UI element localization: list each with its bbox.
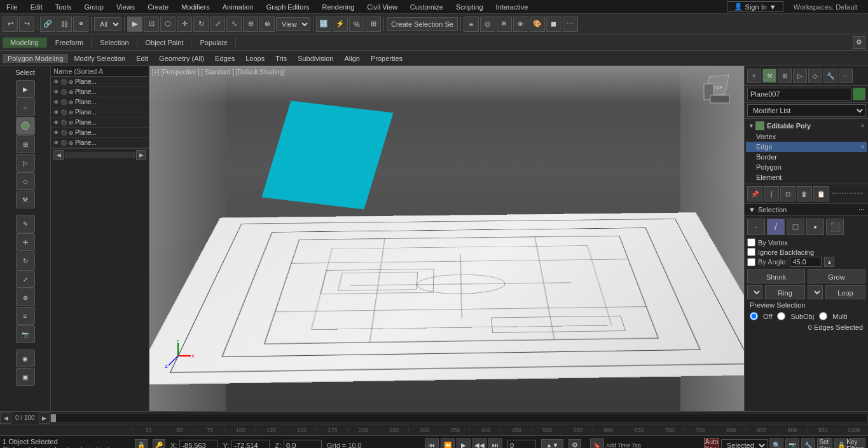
selection-section-header[interactable]: ▼ Selection ⋯ — [745, 204, 868, 216]
by-vertex-checkbox[interactable] — [747, 238, 755, 247]
scene-item-4[interactable]: 👁 ⚫ ⊕ Plane... — [51, 118, 149, 128]
visibility-icon-2[interactable]: 👁 — [53, 99, 59, 105]
motion-panel-icon[interactable]: ▷ — [793, 69, 807, 83]
tab-modeling[interactable]: Modeling — [3, 37, 47, 48]
by-angle-input[interactable] — [790, 257, 822, 267]
extra-btn1[interactable]: ◉ — [16, 350, 35, 367]
panel-resize-handle[interactable] — [832, 193, 863, 195]
tab-selection[interactable]: Selection — [92, 37, 137, 48]
tab2-align[interactable]: Align — [339, 54, 364, 63]
timeline-bar[interactable] — [50, 414, 868, 423]
timeline-thumb[interactable] — [51, 414, 56, 422]
modifier-border[interactable]: Border — [746, 152, 867, 162]
visibility-icon-0[interactable]: 👁 — [53, 79, 59, 85]
snap-button[interactable]: 🔢 — [316, 17, 331, 32]
modifier-options-icon[interactable]: ≡ — [861, 123, 864, 129]
modify-panel-icon[interactable]: ⚒ — [762, 69, 776, 83]
key-btn1[interactable]: 📷 — [785, 438, 799, 449]
snap-tool-btn[interactable]: ⊕ — [16, 288, 35, 306]
by-angle-checkbox[interactable] — [747, 258, 755, 266]
motion-btn[interactable]: ▷ — [16, 154, 35, 172]
hierarchy-btn[interactable]: ⊞ — [16, 135, 35, 153]
mat-button[interactable]: 🎨 — [530, 17, 545, 32]
menu-file[interactable]: File — [0, 2, 24, 12]
tab2-subdivision[interactable]: Subdivision — [293, 54, 338, 63]
scene-item-1[interactable]: 👁 ⚫ ⊕ Plane... — [51, 87, 149, 97]
vertex-mode-btn[interactable]: · — [747, 219, 765, 235]
tab2-geometry-all[interactable]: Geometry (All) — [154, 54, 209, 63]
sub-toolbar-options[interactable]: ⚙ — [853, 36, 865, 49]
select-tool-btn[interactable]: ▶ — [16, 80, 35, 98]
modifier-element[interactable]: Element — [746, 172, 867, 182]
mirror-button[interactable]: ⊞ — [366, 17, 381, 32]
element-mode-btn[interactable]: ⬛ — [826, 219, 844, 235]
sign-in-button[interactable]: 👤 Sign In ▼ — [727, 1, 783, 12]
add-time-tag-btn[interactable]: 🔖 — [590, 438, 604, 449]
visibility-icon-3[interactable]: 👁 — [53, 109, 59, 116]
menu-create[interactable]: Create — [141, 2, 175, 12]
edge-mode-btn[interactable]: / — [767, 219, 785, 235]
scene-item-5[interactable]: 👁 ⚫ ⊕ Plane... — [51, 128, 149, 138]
modifier-list-dropdown[interactable]: Modifier List — [747, 104, 865, 117]
preview-subobj-radio[interactable] — [777, 312, 785, 320]
loop-dropdown[interactable] — [808, 285, 823, 299]
scene-scrollbar[interactable] — [65, 153, 135, 158]
menu-scripting[interactable]: Scripting — [450, 2, 490, 12]
modifier-editable-poly[interactable]: ▼ Editable Poly ≡ — [746, 120, 867, 132]
pin-tool-btn[interactable]: 📌 — [747, 186, 762, 201]
hide-button[interactable]: 👁 — [513, 17, 528, 32]
rotate-button[interactable]: ↻ — [193, 17, 209, 32]
tab2-loops[interactable]: Loops — [240, 54, 270, 63]
tab2-properties[interactable]: Properties — [366, 54, 408, 63]
visibility-icon-6[interactable]: 👁 — [53, 140, 59, 146]
more-button[interactable]: ⋯ — [563, 17, 578, 32]
tab2-tris[interactable]: Tris — [270, 54, 292, 63]
ring-dropdown[interactable] — [747, 285, 762, 299]
nav-cube[interactable]: TOP — [701, 71, 739, 109]
object-color-swatch[interactable] — [853, 88, 865, 100]
redo-button[interactable]: ↪ — [19, 17, 34, 32]
menu-graph-editors[interactable]: Graph Editors — [260, 2, 316, 12]
play-reverse-btn[interactable]: ◀◀ — [472, 438, 486, 449]
move-button[interactable]: ✛ — [177, 17, 192, 32]
play-btn[interactable]: ▶ — [457, 438, 471, 449]
y-input[interactable] — [231, 440, 270, 449]
menu-civil-view[interactable]: Civil View — [361, 2, 403, 12]
scene-item-3[interactable]: 👁 ⚫ ⊕ Plane... — [51, 107, 149, 118]
visibility-icon-4[interactable]: 👁 — [53, 119, 59, 126]
scene-item-6[interactable]: 👁 ⚫ ⊕ Plane... — [51, 138, 149, 148]
tab2-edit[interactable]: Edit — [131, 54, 153, 63]
goto-end-btn[interactable]: ⏭ — [488, 438, 502, 449]
scale2-button[interactable]: ⤡ — [226, 17, 242, 32]
camera-btn[interactable]: 📷 — [16, 325, 35, 343]
unlink-button[interactable]: ⛓ — [57, 17, 72, 32]
viewport[interactable]: [+] [Perspective ] [ Standard ] [Default… — [149, 66, 744, 411]
section-options-icon[interactable]: ⋯ — [858, 207, 864, 213]
preview-off-radio[interactable] — [750, 312, 758, 320]
timeline-left-arrow[interactable]: ◀ — [0, 412, 11, 424]
percent-button[interactable]: % — [349, 17, 364, 32]
angle-spin-up[interactable]: ▲ — [824, 257, 834, 267]
tab-populate[interactable]: Populate — [192, 37, 235, 48]
layer-tool-btn[interactable]: ≡ — [16, 307, 35, 325]
scroll-right-btn[interactable]: ▶ — [136, 150, 146, 160]
preview-multi-radio[interactable] — [819, 312, 827, 320]
tab-object-paint[interactable]: Object Paint — [138, 37, 192, 48]
link-tool-btn[interactable]: ○ — [16, 98, 35, 116]
hierarchy-panel-icon[interactable]: ⊞ — [778, 69, 792, 83]
undo-button[interactable]: ↩ — [3, 17, 18, 32]
ignore-backfacing-checkbox[interactable] — [747, 248, 755, 256]
menu-animation[interactable]: Animation — [216, 2, 260, 12]
copy-btn[interactable]: 📋 — [813, 186, 829, 201]
z-input[interactable] — [284, 440, 322, 449]
delete-btn[interactable]: 🗑 — [797, 186, 812, 201]
frame-input[interactable] — [507, 440, 536, 449]
freeze-button[interactable]: ❄ — [497, 17, 512, 32]
scale-button[interactable]: ⤢ — [210, 17, 225, 32]
rotate-tool-btn[interactable]: ↻ — [16, 252, 35, 269]
tab-freeform[interactable]: Freeform — [48, 37, 92, 48]
menu-rendering[interactable]: Rendering — [316, 2, 361, 12]
menu-customize[interactable]: Customize — [404, 2, 450, 12]
menu-modifiers[interactable]: Modifiers — [175, 2, 216, 12]
viewport-canvas[interactable]: TOP X Y Z — [149, 66, 744, 411]
